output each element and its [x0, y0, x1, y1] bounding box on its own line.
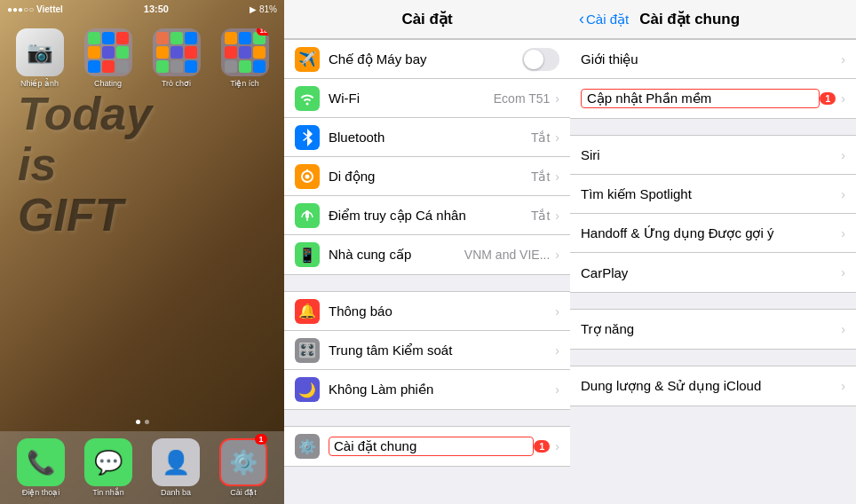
page-dot-2 — [145, 420, 149, 424]
accessibility-label: Trợ năng — [581, 321, 841, 337]
home-screen: ●●●○○ Viettel 13:50 ▶ 81% TodayisGIFT 📷 … — [0, 0, 284, 504]
airplane-toggle[interactable] — [522, 48, 559, 71]
dnd-label: Không Làm phiền — [329, 382, 555, 398]
row-control-center[interactable]: 🎛️ Trung tâm Kiểm soát › — [284, 331, 570, 370]
carplay-label: CarPlay — [581, 265, 841, 280]
general-group-1: Giới thiệu › Cập nhật Phần mềm 1 › — [570, 39, 856, 119]
back-chevron-icon: ‹ — [579, 10, 584, 28]
dnd-chevron: › — [555, 382, 559, 397]
row-handoff[interactable]: Handoff & Ứng dụng Được gợi ý › — [570, 214, 856, 253]
cellular-chevron: › — [555, 169, 559, 184]
general-icon: ⚙️ — [295, 434, 320, 459]
handoff-chevron: › — [841, 226, 845, 240]
dock-settings[interactable]: ⚙️ 1 Cài đặt — [219, 438, 267, 497]
back-button[interactable]: ‹ Cài đặt — [579, 10, 629, 28]
home-battery: ▶ 81% — [250, 4, 277, 14]
bluetooth-value: Tắt — [531, 130, 550, 145]
about-label: Giới thiệu — [581, 51, 841, 67]
general-chevron: › — [555, 439, 559, 453]
home-time: 13:50 — [144, 4, 169, 14]
general-group-2: Siri › Tìm kiếm Spotlight › Handoff & Ứn… — [570, 135, 856, 293]
settings-nav-bar: Cài đặt — [284, 0, 570, 39]
row-wifi[interactable]: Wi-Fi Ecom T51 › — [284, 79, 570, 118]
row-notifications[interactable]: 🔔 Thông báo › — [284, 292, 570, 331]
carrier-chevron: › — [555, 248, 559, 262]
bluetooth-icon — [295, 125, 320, 150]
airplane-icon: ✈️ — [295, 47, 320, 72]
dock-messages[interactable]: 💬 Tin nhắn — [84, 438, 132, 497]
page-dot-1 — [136, 420, 140, 424]
icloud-storage-label: Dung lượng & Sử dụng iCloud — [581, 378, 841, 394]
control-center-label: Trung tâm Kiểm soát — [329, 343, 555, 358]
control-center-icon: 🎛️ — [295, 338, 320, 363]
wifi-chevron: › — [555, 91, 559, 106]
software-update-chevron: › — [841, 91, 845, 106]
notifications-icon: 🔔 — [295, 299, 320, 324]
wifi-label: Wi-Fi — [329, 91, 494, 106]
wifi-value: Ecom T51 — [494, 91, 551, 106]
hotspot-chevron: › — [555, 209, 559, 223]
row-carplay[interactable]: CarPlay › — [570, 253, 856, 292]
settings-group-2: 🔔 Thông báo › 🎛️ Trung tâm Kiểm soát › 🌙… — [284, 291, 570, 410]
carrier-label: Nhà cung cấp — [329, 247, 464, 263]
row-bluetooth[interactable]: Bluetooth Tắt › — [284, 118, 570, 157]
utilities-badge: 18 — [257, 28, 269, 35]
dock-settings-label: Cài đặt — [230, 488, 257, 497]
row-general[interactable]: ⚙️ Cài đặt chung 1 › — [284, 427, 570, 466]
app-utilities-label: Tiện ích — [230, 79, 259, 88]
row-icloud-storage[interactable]: Dung lượng & Sử dụng iCloud › — [570, 366, 856, 406]
wifi-icon — [295, 86, 320, 111]
hotspot-label: Điểm truy cập Cá nhân — [329, 208, 531, 224]
notifications-label: Thông báo — [329, 303, 555, 319]
home-bg-text: TodayisGIFT — [18, 89, 152, 241]
settings-panel: Cài đặt ✈️ Chế độ Máy bay Wi-Fi Eco — [284, 0, 570, 504]
app-photos-label: Nhiếp ảnh — [20, 79, 59, 88]
dock-messages-label: Tin nhắn — [92, 488, 124, 497]
row-carrier[interactable]: 📱 Nhà cung cấp VNM and VIE... › — [284, 235, 570, 274]
app-chating-label: Chating — [94, 79, 122, 88]
accessibility-chevron: › — [841, 322, 845, 336]
row-airplane[interactable]: ✈️ Chế độ Máy bay — [284, 40, 570, 79]
software-update-label: Cập nhật Phần mềm — [581, 89, 820, 108]
handoff-label: Handoff & Ứng dụng Được gợi ý — [581, 225, 841, 241]
settings-group-1: ✈️ Chế độ Máy bay Wi-Fi Ecom T51 › — [284, 39, 570, 275]
dock-contacts-label: Danh ba — [161, 488, 191, 497]
row-cellular[interactable]: Di động Tắt › — [284, 157, 570, 196]
settings-scroll[interactable]: ✈️ Chế độ Máy bay Wi-Fi Ecom T51 › — [284, 39, 570, 504]
app-grid: 📷 Nhiếp ảnh Chating — [0, 21, 284, 95]
row-software-update[interactable]: Cập nhật Phần mềm 1 › — [570, 79, 856, 118]
settings-group-3: ⚙️ Cài đặt chung 1 › — [284, 426, 570, 467]
siri-chevron: › — [841, 148, 845, 162]
cellular-value: Tắt — [531, 169, 550, 184]
settings-title: Cài đặt — [401, 10, 452, 28]
back-label: Cài đặt — [586, 12, 629, 28]
row-about[interactable]: Giới thiệu › — [570, 40, 856, 79]
app-utilities[interactable]: 18 Tiện ích — [214, 28, 275, 88]
dock-phone-label: Điện thoại — [22, 488, 60, 497]
dock-phone[interactable]: 📞 Điện thoại — [17, 438, 65, 497]
row-siri[interactable]: Siri › — [570, 136, 856, 175]
app-chating[interactable]: Chating — [77, 28, 139, 88]
bluetooth-label: Bluetooth — [329, 130, 531, 145]
notifications-chevron: › — [555, 304, 559, 319]
app-games-label: Trò chơi — [162, 79, 191, 88]
row-spotlight[interactable]: Tìm kiếm Spotlight › — [570, 175, 856, 214]
page-dots — [0, 420, 284, 424]
dock-contacts[interactable]: 👤 Danh ba — [152, 438, 200, 497]
app-photos[interactable]: 📷 Nhiếp ảnh — [9, 28, 70, 88]
hotspot-icon — [295, 203, 320, 228]
carplay-chevron: › — [841, 265, 845, 280]
row-dnd[interactable]: 🌙 Không Làm phiền › — [284, 370, 570, 409]
signal-icon: ▶ — [250, 4, 257, 14]
about-chevron: › — [841, 52, 845, 67]
bluetooth-chevron: › — [555, 130, 559, 145]
app-games[interactable]: Trò chơi — [146, 28, 207, 88]
control-center-chevron: › — [555, 343, 559, 358]
icloud-storage-chevron: › — [841, 379, 845, 393]
cellular-label: Di động — [329, 169, 531, 185]
row-hotspot[interactable]: Điểm truy cập Cá nhân Tắt › — [284, 196, 570, 235]
row-accessibility[interactable]: Trợ năng › — [570, 310, 856, 349]
general-scroll[interactable]: Giới thiệu › Cập nhật Phần mềm 1 › Siri … — [570, 39, 856, 504]
general-group-3: Trợ năng › — [570, 309, 856, 350]
general-panel: ‹ Cài đặt Cài đặt chung Giới thiệu › Cập… — [570, 0, 856, 504]
